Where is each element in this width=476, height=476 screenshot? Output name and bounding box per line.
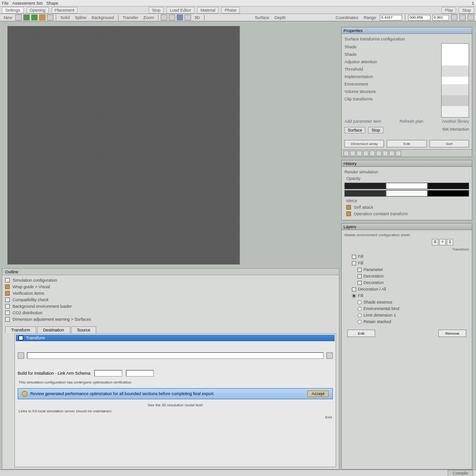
material-preview[interactable] — [441, 43, 469, 118]
iconbar-btn[interactable] — [363, 151, 369, 156]
tool-btn-2[interactable] — [47, 14, 53, 20]
path-input[interactable] — [27, 352, 324, 359]
outline-item[interactable]: Simulation configuration — [5, 277, 336, 284]
outline-item[interactable]: CO2 distribution — [5, 310, 336, 316]
tool-btn-green2[interactable] — [31, 14, 38, 20]
layer-node[interactable]: Fill — [346, 260, 467, 266]
tool-btn-end1[interactable] — [451, 14, 457, 20]
selected-item-row[interactable]: Transform — [16, 335, 335, 341]
outline-item[interactable]: Background environment loader — [5, 303, 336, 310]
dimension-array-button[interactable]: Dimension array — [344, 140, 384, 147]
layer-node[interactable]: Shade essence — [346, 299, 467, 305]
chip-surface[interactable]: Surface — [344, 127, 365, 133]
history-entry[interactable]: Opacity — [344, 175, 469, 182]
design-canvas[interactable] — [7, 26, 240, 264]
layer-node[interactable]: Fill — [346, 253, 467, 260]
outline-item[interactable]: Wrap guide > Visual — [5, 284, 336, 290]
layer-node[interactable]: Decoration — [346, 273, 467, 279]
iconbar-btn[interactable] — [389, 151, 395, 156]
outline-item[interactable]: Verification items — [5, 290, 336, 297]
tab-transform[interactable]: Transform — [5, 326, 36, 333]
coord-b-input[interactable] — [408, 15, 430, 20]
iconbar-btn[interactable] — [383, 151, 388, 156]
menu-right-1[interactable]: 1 — [472, 1, 474, 6]
stepper-val[interactable]: 1 — [447, 239, 453, 245]
tool-btn-green[interactable] — [23, 14, 30, 20]
prop-row[interactable]: Shade — [344, 51, 438, 58]
outline-item[interactable]: Dimension adjustment warning > Surfaces — [5, 316, 336, 323]
layer-node[interactable]: Parameter — [346, 266, 467, 273]
iconbar-btn[interactable] — [357, 151, 362, 156]
prop-link-2[interactable]: Refresh plan — [400, 119, 423, 124]
coord-c-input[interactable] — [432, 15, 449, 20]
tool-btn-end3[interactable] — [468, 14, 474, 20]
layers-right-label: Transform — [344, 247, 469, 251]
menu-assessment[interactable]: Assessment Set — [13, 1, 43, 6]
tab-play[interactable]: Play — [442, 7, 456, 13]
prop-row[interactable]: Threshold — [344, 66, 438, 73]
tab-load-editor[interactable]: Load Editor — [166, 7, 194, 13]
status-compile[interactable]: Compile — [448, 470, 473, 476]
layers-remove-button[interactable]: Remove — [438, 330, 466, 337]
opt-input-1[interactable] — [94, 370, 122, 377]
edit-button[interactable]: Edit — [387, 140, 426, 147]
iconbar-btn[interactable] — [370, 151, 375, 156]
history-track[interactable] — [344, 190, 469, 197]
tool-btn-end2[interactable] — [459, 14, 466, 20]
coord-a-input[interactable] — [380, 15, 402, 20]
prop-link-1[interactable]: Add parameter item — [344, 119, 381, 124]
tab-phase[interactable]: Phase — [221, 7, 240, 13]
layer-node[interactable]: Decoration — [346, 279, 467, 286]
prop-link-3[interactable]: Another library — [442, 119, 469, 124]
iconbar-btn[interactable] — [350, 151, 356, 156]
tool-depth-label: Depth — [272, 15, 287, 20]
layer-node[interactable]: Fill — [346, 292, 467, 299]
layer-node[interactable]: Decoration / All — [346, 286, 467, 292]
history-track[interactable] — [344, 183, 469, 189]
outline-item-label: CO2 distribution — [13, 311, 43, 315]
path-action-button[interactable] — [326, 352, 333, 359]
menu-file[interactable]: File — [2, 1, 9, 6]
browse-button[interactable] — [18, 352, 24, 359]
iconbar-btn[interactable] — [376, 151, 382, 156]
tool-btn-blue[interactable] — [177, 14, 183, 20]
prop-row[interactable]: Adjustor attention — [344, 58, 438, 66]
prop-row[interactable]: Implementation — [344, 73, 438, 80]
history-entry[interactable]: Self attack — [344, 204, 469, 211]
prop-row[interactable]: Clip transforms — [344, 95, 438, 103]
iconbar-btn[interactable] — [344, 151, 349, 156]
prop-row[interactable]: Environment — [344, 80, 438, 88]
tab-source[interactable]: Source — [71, 326, 97, 333]
layer-node[interactable]: Environmental bind — [346, 305, 467, 312]
opt-input-2[interactable] — [126, 370, 154, 377]
layer-node[interactable]: Limit dimension 1 — [346, 312, 467, 318]
tab-material[interactable]: Material — [197, 7, 218, 13]
menu-shape[interactable]: Shape — [46, 1, 59, 6]
layer-icon — [357, 268, 362, 272]
layer-node[interactable]: Retain stacked — [346, 318, 467, 325]
tab-settings[interactable]: Settings — [2, 7, 24, 13]
prop-row[interactable]: Shade — [344, 43, 438, 51]
stepper-dec[interactable]: 0 — [432, 239, 438, 245]
history-entry[interactable]: Mirror — [344, 198, 469, 204]
tool-btn-orange[interactable] — [39, 14, 46, 20]
accept-button[interactable]: Accept — [307, 390, 329, 397]
layers-edit-button[interactable]: Edit — [347, 330, 375, 337]
sort-button[interactable]: Sort — [430, 140, 469, 147]
tab-stop-right[interactable]: Stop — [459, 7, 474, 13]
tab-stop[interactable]: Stop — [149, 7, 164, 13]
tool-btn-3d-2[interactable] — [169, 14, 175, 20]
tool-btn-3d-1[interactable] — [161, 14, 167, 20]
tool-btn-3d-3[interactable] — [185, 14, 191, 20]
properties-title: Properties — [342, 27, 472, 34]
chip-stop[interactable]: Stop — [368, 127, 383, 133]
stepper-inc[interactable]: + — [439, 239, 446, 245]
tab-placement[interactable]: Placement — [52, 7, 78, 13]
tool-btn-1[interactable] — [15, 14, 22, 20]
history-entry[interactable]: Operation constant transform — [344, 211, 469, 217]
tab-opening[interactable]: Opening — [26, 7, 49, 13]
prop-row[interactable]: Volume structure — [344, 88, 438, 95]
iconbar-btn[interactable] — [396, 151, 401, 156]
tab-destination[interactable]: Destination — [37, 326, 70, 333]
outline-item[interactable]: Compatibility check — [5, 297, 336, 303]
